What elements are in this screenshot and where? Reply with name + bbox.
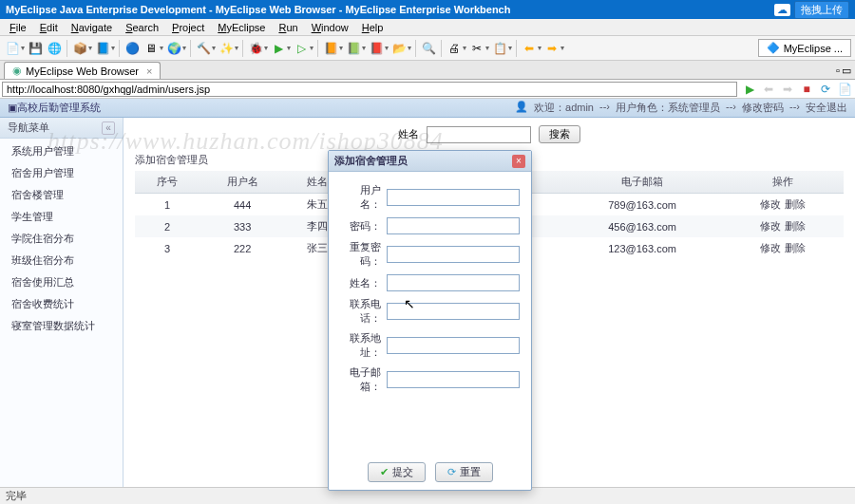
sidebar-item-roomstat[interactable]: 寝室管理数据统计 (0, 315, 123, 337)
debug-icon[interactable]: 🐞 (247, 40, 264, 57)
input-phone[interactable] (387, 303, 520, 320)
edit-link[interactable]: 修改 (760, 242, 781, 253)
sidebar-item-sysuser[interactable]: 系统用户管理 (0, 140, 123, 162)
editor-tabbar: ◉ MyEclipse Web Browser × ▫ ▭ (0, 61, 855, 80)
label-email: 电子邮箱： (340, 365, 381, 394)
run-last-icon[interactable]: ▷ (293, 40, 310, 57)
input-addr[interactable] (387, 337, 520, 354)
sidebar-item-dormuser[interactable]: 宿舍用户管理 (0, 162, 123, 184)
status-text: 完毕 (6, 490, 27, 501)
input-email[interactable] (387, 371, 520, 388)
delete-link[interactable]: 删除 (785, 242, 806, 253)
change-password-link[interactable]: 修改密码 (742, 101, 784, 115)
label-name: 姓名： (340, 276, 381, 290)
url-input[interactable] (2, 82, 737, 97)
role-text: 用户角色：系统管理员 (616, 101, 720, 115)
cut-icon[interactable]: ✂ (468, 40, 485, 57)
run-icon[interactable]: ▶ (270, 40, 287, 57)
stop-icon[interactable]: ■ (798, 81, 815, 98)
label-phone: 联系电话： (340, 297, 381, 326)
refresh-icon: ⟳ (447, 466, 456, 478)
addr-forward-icon[interactable]: ➡ (779, 81, 796, 98)
delete-link[interactable]: 删除 (785, 198, 806, 210)
menu-bar: File Edit Navigate Search Project MyEcli… (0, 19, 855, 36)
delete-link[interactable]: 删除 (785, 220, 806, 232)
refresh-icon[interactable]: ⟳ (817, 81, 834, 98)
label-addr: 联系地址： (340, 331, 381, 360)
new-icon[interactable]: 📄 (4, 40, 21, 57)
wizard-icon[interactable]: ✨ (218, 40, 235, 57)
sidebar-item-building[interactable]: 宿舍楼管理 (0, 184, 123, 206)
th-email: 电子邮箱 (562, 171, 722, 194)
sidebar-item-usage[interactable]: 宿舍使用汇总 (0, 271, 123, 293)
menu-edit[interactable]: Edit (34, 21, 64, 34)
minimize-icon[interactable]: ▫ (836, 65, 840, 77)
maximize-icon[interactable]: ▭ (842, 65, 851, 77)
th-user: 用户名 (200, 171, 285, 194)
cloud-icon: ☁ (774, 4, 790, 16)
menu-run[interactable]: Run (273, 21, 303, 34)
edit-link[interactable]: 修改 (760, 198, 781, 210)
app-header: ▣ 高校后勤管理系统 👤 欢迎：admin --› 用户角色：系统管理员 --›… (0, 99, 855, 118)
th-op: 操作 (722, 171, 844, 194)
back-icon[interactable]: ⬅ (521, 40, 538, 57)
package-icon[interactable]: 📦 (71, 40, 88, 57)
sidebar-header: 导航菜单 « (0, 118, 123, 139)
search-label: 姓名 (398, 127, 419, 141)
newfolder-icon[interactable]: 📂 (390, 40, 408, 57)
sidebar-item-fee[interactable]: 宿舍收费统计 (0, 293, 123, 315)
input-password[interactable] (387, 217, 520, 234)
welcome-icon: 👤 (515, 101, 528, 115)
sidebar-item-college[interactable]: 学院住宿分布 (0, 228, 123, 250)
menu-help[interactable]: Help (356, 21, 390, 34)
home-icon[interactable]: 📄 (836, 81, 853, 98)
input-username[interactable] (387, 189, 520, 206)
menu-myeclipse[interactable]: MyEclipse (212, 21, 271, 34)
welcome-text: 欢迎：admin (534, 101, 594, 115)
edit-link[interactable]: 修改 (760, 220, 781, 232)
search-tool-icon[interactable]: 🔍 (420, 40, 437, 57)
tab-close-icon[interactable]: × (146, 65, 152, 77)
go-icon[interactable]: ▶ (741, 81, 758, 98)
class-icon[interactable]: 📘 (94, 40, 111, 57)
jsp-icon[interactable]: 📙 (322, 40, 339, 57)
forward-icon[interactable]: ➡ (543, 40, 560, 57)
search-button[interactable]: 搜索 (539, 125, 580, 143)
toolbar: 📄▾ 💾 🌐 📦▾ 📘▾ 🔵 🖥▾ 🌍▾ 🔨▾ ✨▾ 🐞▾ ▶▾ ▷▾ 📙▾ 📗… (0, 36, 855, 61)
perspective-button[interactable]: 🔷 MyEclipse ... (758, 39, 851, 57)
browser-icon[interactable]: 🌍 (165, 40, 182, 57)
sidebar-item-student[interactable]: 学生管理 (0, 206, 123, 228)
save-icon[interactable]: 💾 (27, 40, 44, 57)
input-name[interactable] (387, 274, 520, 291)
newfile-icon[interactable]: 📕 (368, 40, 385, 57)
print-icon[interactable]: 🖨 (446, 40, 463, 57)
input-repwd[interactable] (387, 246, 520, 263)
app-title: 高校后勤管理系统 (17, 101, 101, 115)
safe-exit-link[interactable]: 安全退出 (806, 101, 847, 115)
collapse-icon[interactable]: « (102, 121, 115, 135)
menu-file[interactable]: File (4, 21, 32, 34)
submit-button[interactable]: ✔提交 (368, 462, 426, 482)
newpkg-icon[interactable]: 📗 (345, 40, 362, 57)
menu-window[interactable]: Window (306, 21, 354, 34)
menu-search[interactable]: Search (120, 21, 164, 34)
label-password: 密码： (340, 219, 381, 233)
close-icon[interactable]: × (512, 155, 525, 168)
menu-navigate[interactable]: Navigate (66, 21, 118, 34)
sidebar-item-class[interactable]: 班级住宿分布 (0, 250, 123, 271)
deploy-icon[interactable]: 🔵 (124, 40, 141, 57)
build-icon[interactable]: 🔨 (195, 40, 212, 57)
globe-icon[interactable]: 🌐 (46, 40, 63, 57)
menu-project[interactable]: Project (166, 21, 210, 34)
upload-button[interactable]: 拖拽上传 (794, 1, 849, 19)
check-icon: ✔ (380, 466, 389, 478)
window-title: MyEclipse Java Enterprise Development - … (6, 4, 510, 15)
tab-browser[interactable]: ◉ MyEclipse Web Browser × (4, 62, 161, 79)
search-input[interactable] (427, 126, 531, 143)
reset-button[interactable]: ⟳重置 (435, 462, 493, 482)
dialog-header[interactable]: 添加宿舍管理员 × (329, 151, 531, 172)
server-icon[interactable]: 🖥 (142, 40, 160, 57)
addr-back-icon[interactable]: ⬅ (760, 81, 777, 98)
app-logo-icon: ▣ (8, 102, 17, 114)
paste-icon[interactable]: 📋 (491, 40, 508, 57)
